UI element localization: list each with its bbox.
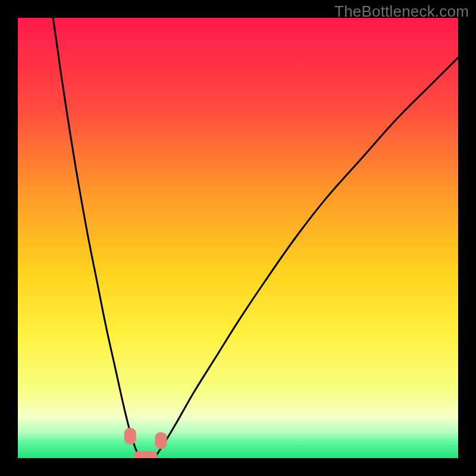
plot-area: [18, 18, 458, 458]
chart-frame: TheBottleneck.com: [0, 0, 476, 476]
curves-layer: [18, 18, 458, 458]
marker-layer: [124, 428, 167, 458]
right-curve: [154, 58, 458, 458]
right-marker: [155, 432, 167, 449]
bottom-marker: [134, 451, 158, 458]
left-curve: [53, 18, 141, 458]
left-marker: [124, 428, 136, 444]
